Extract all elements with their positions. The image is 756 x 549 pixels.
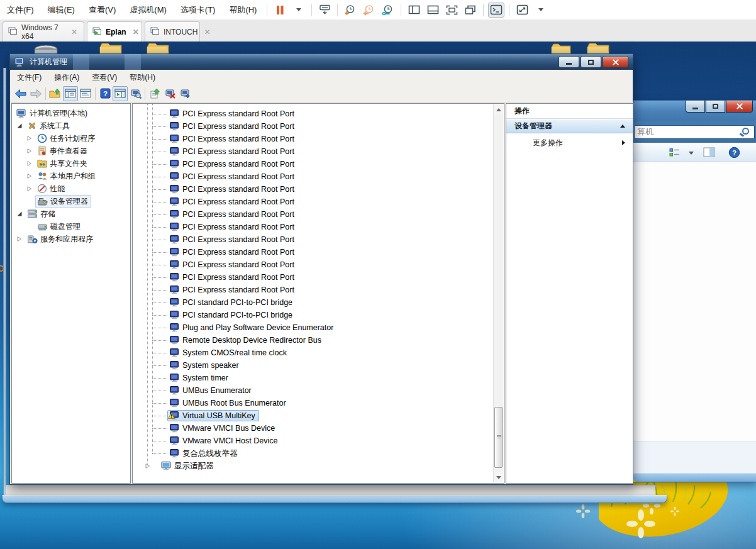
cm-menu-action[interactable]: 操作(A) [48,72,86,83]
tree-item[interactable]: 设备管理器 [12,195,130,208]
menu-help[interactable]: 帮助(H) [222,0,264,19]
tree-item[interactable]: 任务计划程序 [12,132,130,145]
fit-guest-button[interactable] [514,3,530,18]
export-list-button[interactable] [147,86,162,101]
device-row[interactable]: PCI Express standard Root Port [133,233,482,246]
device-row[interactable]: System speaker [133,359,482,372]
tree-item[interactable]: 磁盘管理 [12,220,130,233]
views-button[interactable] [669,148,683,160]
revert-snapshot-button[interactable] [361,3,377,18]
properties-button[interactable] [78,86,93,101]
tree-item[interactable]: 共享文件夹 [12,157,130,170]
more-actions-item[interactable]: 更多操作 [506,136,633,150]
actions-section-devicemanager[interactable]: 设备管理器 [506,119,633,133]
scroll-down-button[interactable] [494,472,503,482]
device-row[interactable]: Plug and Play Software Device Enumerator [133,321,482,334]
expand-icon[interactable] [26,148,33,154]
disable-device-button[interactable] [177,86,192,101]
minimize-button[interactable] [559,56,579,68]
close-button[interactable] [603,56,628,68]
send-ctrl-alt-del-button[interactable] [316,3,333,18]
device-row[interactable]: PCI Express standard Root Port [133,133,482,145]
expand-icon[interactable] [26,135,33,141]
desktop-folder-icon[interactable] [99,43,123,54]
tab-windows7[interactable]: Windows 7 x64 ✕ [3,21,84,42]
device-row[interactable]: PCI Express standard Root Port [133,120,482,133]
cm-menu-view[interactable]: 查看(V) [86,72,123,83]
expand-icon[interactable] [26,186,33,192]
device-row[interactable]: 复合总线枚举器 [133,447,482,460]
expand-icon[interactable] [145,463,151,469]
fullscreen-button[interactable] [443,3,460,18]
desktop-folder-icon[interactable] [586,43,610,54]
cm-menu-file[interactable]: 文件(F) [11,72,48,83]
device-row[interactable]: UMBus Root Bus Enumerator [133,397,482,409]
device-row[interactable]: PCI Express standard Root Port [133,196,482,208]
tree-item[interactable]: 计算机管理(本地) [12,107,130,119]
device-row[interactable]: Remote Desktop Device Redirector Bus [133,334,482,347]
device-row[interactable]: PCI Express standard Root Port [133,108,482,120]
device-row[interactable]: PCI Express standard Root Port [133,183,482,196]
device-row[interactable]: PCI Express standard Root Port [133,221,482,233]
tab-intouch[interactable]: INTOUCH ✕ [145,21,200,42]
scan-hardware-button[interactable] [128,86,143,101]
menu-file[interactable]: 文件(F) [0,0,41,19]
maximize-button[interactable] [706,101,725,113]
close-button[interactable] [726,101,753,113]
fit-caret-button[interactable] [533,3,549,18]
back-button[interactable] [13,86,28,101]
console-tree-toggle-button[interactable] [63,86,78,101]
collapse-icon[interactable] [16,211,23,217]
menu-vm[interactable]: 虚拟机(M) [123,0,174,19]
device-row[interactable]: PCI Express standard Root Port [133,246,482,258]
menu-view[interactable]: 查看(V) [82,0,123,19]
expand-icon[interactable] [26,160,33,167]
preview-pane-button[interactable] [703,147,716,160]
expand-icon[interactable] [26,173,33,179]
cm-menu-help[interactable]: 帮助(H) [123,72,162,83]
uninstall-device-button[interactable] [162,86,177,101]
maximize-button[interactable] [581,56,601,68]
device-row[interactable]: PCI Express standard Root Port [133,271,482,284]
device-row[interactable]: System timer [133,372,482,384]
close-tab-icon[interactable]: ✕ [70,28,79,36]
device-row[interactable]: PCI Express standard Root Port [133,158,482,170]
device-row[interactable]: VMware VMCI Host Device [133,435,482,447]
views-caret-icon[interactable] [689,152,694,155]
tree-item[interactable]: 事件查看器 [12,145,130,157]
tab-eplan[interactable]: Eplan ✕ [87,21,142,42]
minimize-button[interactable] [686,101,705,113]
scroll-up-button[interactable] [494,104,503,114]
tree-item[interactable]: 本地用户和组 [12,170,130,182]
manage-snapshots-button[interactable] [380,3,396,18]
action-pane-toggle-button[interactable] [113,86,128,101]
device-row[interactable]: PCI Express standard Root Port [133,284,482,296]
device-row[interactable]: PCI standard PCI-to-PCI bridge [133,309,482,321]
collapse-icon[interactable] [16,123,23,129]
desktop-folder-icon[interactable] [550,43,572,54]
device-row[interactable]: PCI Express standard Root Port [133,170,482,183]
help-button[interactable]: ? [97,86,113,101]
menu-tabs[interactable]: 选项卡(T) [174,0,223,19]
unity-button[interactable] [462,3,479,18]
menu-edit[interactable]: 编辑(E) [41,0,82,19]
tree-item[interactable]: 存储 [12,208,130,220]
device-category-row[interactable]: 显示适配器 [133,460,482,472]
cm-titlebar[interactable]: 计算机管理 [10,54,633,70]
device-row[interactable]: Virtual USB MultiKey [133,409,482,422]
device-row[interactable]: PCI Express standard Root Port [133,208,482,221]
device-row[interactable]: PCI standard PCI-to-PCI bridge [133,296,482,309]
device-row[interactable]: System CMOS/real time clock [133,347,482,359]
device-row[interactable]: PCI Express standard Root Port [133,258,482,271]
show-library-button[interactable] [406,3,422,18]
search-icon[interactable] [742,128,749,135]
take-snapshot-button[interactable] [342,3,359,18]
device-row[interactable]: VMware VMCI Bus Device [133,422,482,435]
forward-button[interactable] [28,86,43,101]
suspend-button[interactable] [272,3,288,18]
vertical-scrollbar[interactable] [493,104,503,482]
console-view-button[interactable] [488,3,504,18]
close-tab-icon[interactable]: ✕ [131,28,140,36]
device-row[interactable]: UMBus Enumerator [133,384,482,397]
collapse-icon[interactable] [620,125,625,128]
